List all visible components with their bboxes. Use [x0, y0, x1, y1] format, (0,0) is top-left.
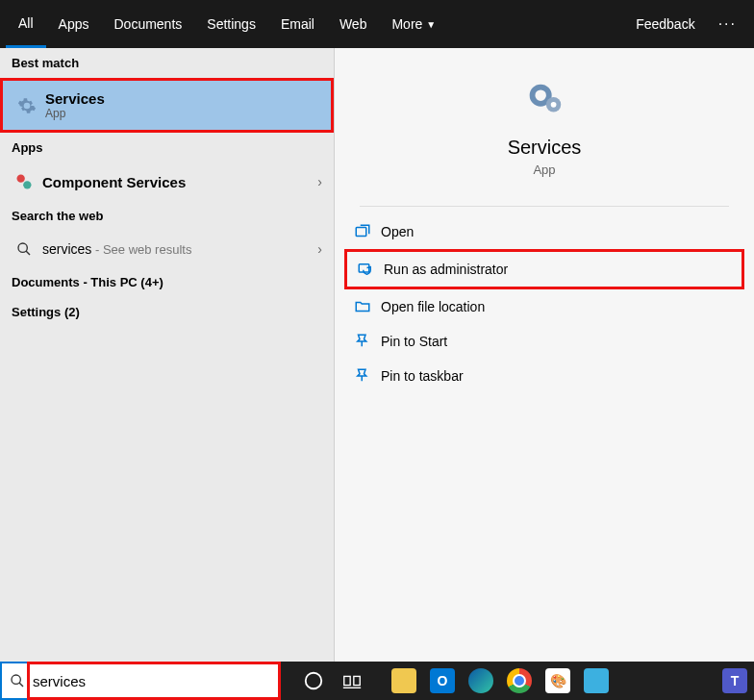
chevron-right-icon: ›	[317, 174, 322, 189]
taskbar-task-view-icon[interactable]	[333, 662, 371, 700]
more-options-icon[interactable]: ···	[707, 15, 748, 33]
web-result[interactable]: services - See web results ›	[0, 231, 334, 267]
svg-rect-11	[344, 676, 350, 685]
pin-icon	[354, 333, 381, 350]
tab-documents[interactable]: Documents	[101, 0, 194, 48]
action-label: Pin to taskbar	[381, 368, 464, 384]
taskbar-search-box[interactable]	[0, 662, 281, 700]
tab-label: Web	[339, 16, 367, 32]
open-icon	[354, 223, 381, 240]
pin-icon	[354, 367, 381, 385]
services-gear-icon	[14, 96, 39, 115]
results-panel: Best match Services App Apps Component S…	[0, 48, 335, 662]
result-title: Services	[45, 90, 319, 107]
tab-label: Settings	[207, 16, 256, 32]
preview-subtitle: App	[335, 162, 754, 177]
folder-icon	[354, 298, 381, 315]
tab-label: Email	[281, 16, 314, 32]
action-open[interactable]: Open	[344, 214, 744, 249]
component-services-icon	[12, 172, 37, 191]
web-term: services	[42, 241, 91, 257]
svg-point-0	[17, 175, 25, 183]
tab-all[interactable]: All	[6, 0, 46, 48]
filter-tabs-bar: All Apps Documents Settings Email Web Mo…	[0, 0, 754, 48]
feedback-link[interactable]: Feedback	[624, 16, 706, 32]
action-label: Run as administrator	[384, 262, 508, 277]
admin-shield-icon	[357, 261, 384, 278]
best-match-header: Best match	[0, 48, 334, 78]
best-match-result[interactable]: Services App	[0, 78, 334, 133]
apps-result-component-services[interactable]: Component Services ›	[0, 162, 334, 201]
tab-web[interactable]: Web	[327, 0, 380, 48]
tab-label: All	[18, 15, 34, 31]
svg-rect-6	[356, 228, 366, 237]
svg-point-10	[306, 673, 322, 689]
action-run-as-administrator[interactable]: Run as administrator	[344, 249, 744, 289]
result-title: Component Services	[42, 174, 317, 190]
action-pin-to-start[interactable]: Pin to Start	[344, 324, 744, 359]
taskbar-teams-icon[interactable]: T	[716, 662, 754, 700]
preview-title: Services	[335, 137, 754, 159]
tab-label: Apps	[59, 16, 89, 32]
taskbar-chrome-icon[interactable]	[500, 662, 539, 700]
tab-email[interactable]: Email	[268, 0, 327, 48]
taskbar-notepad-icon[interactable]	[577, 662, 616, 700]
divider	[360, 206, 729, 207]
taskbar-outlook-icon[interactable]: O	[423, 662, 462, 700]
svg-point-1	[23, 181, 31, 188]
action-open-file-location[interactable]: Open file location	[344, 289, 744, 324]
tab-label: More	[391, 16, 422, 32]
result-subtitle: App	[45, 107, 319, 120]
svg-line-9	[19, 683, 23, 687]
apps-header: Apps	[0, 133, 334, 162]
svg-line-3	[26, 251, 30, 255]
preview-panel: Services App Open Run as administrator O…	[335, 48, 754, 662]
services-large-gear-icon	[522, 77, 566, 121]
svg-point-8	[12, 675, 20, 684]
action-pin-to-taskbar[interactable]: Pin to taskbar	[344, 359, 744, 393]
search-icon	[12, 241, 37, 257]
svg-point-2	[18, 243, 27, 252]
taskbar-file-explorer-icon[interactable]	[385, 662, 423, 700]
search-web-header: Search the web	[0, 201, 334, 231]
svg-rect-12	[354, 676, 360, 685]
action-label: Open file location	[381, 299, 485, 314]
taskbar-paint-icon[interactable]: 🎨	[539, 662, 577, 700]
main-area: Best match Services App Apps Component S…	[0, 48, 754, 662]
tab-more[interactable]: More▼	[379, 0, 448, 48]
taskbar-cortana-icon[interactable]	[294, 662, 333, 700]
taskbar-edge-icon[interactable]	[462, 662, 500, 700]
tab-label: Documents	[113, 16, 182, 32]
search-input[interactable]	[33, 673, 271, 689]
taskbar: O 🎨 T	[0, 662, 754, 700]
documents-header[interactable]: Documents - This PC (4+)	[0, 267, 334, 297]
chevron-right-icon: ›	[317, 241, 322, 257]
chevron-down-icon: ▼	[426, 19, 436, 30]
tab-apps[interactable]: Apps	[46, 0, 102, 48]
settings-header[interactable]: Settings (2)	[0, 297, 334, 327]
action-list: Open Run as administrator Open file loca…	[335, 214, 754, 393]
svg-point-5	[551, 102, 557, 108]
web-suffix: - See web results	[91, 242, 191, 257]
tab-settings[interactable]: Settings	[194, 0, 268, 48]
action-label: Open	[381, 224, 414, 239]
search-icon	[10, 673, 25, 688]
action-label: Pin to Start	[381, 334, 447, 349]
